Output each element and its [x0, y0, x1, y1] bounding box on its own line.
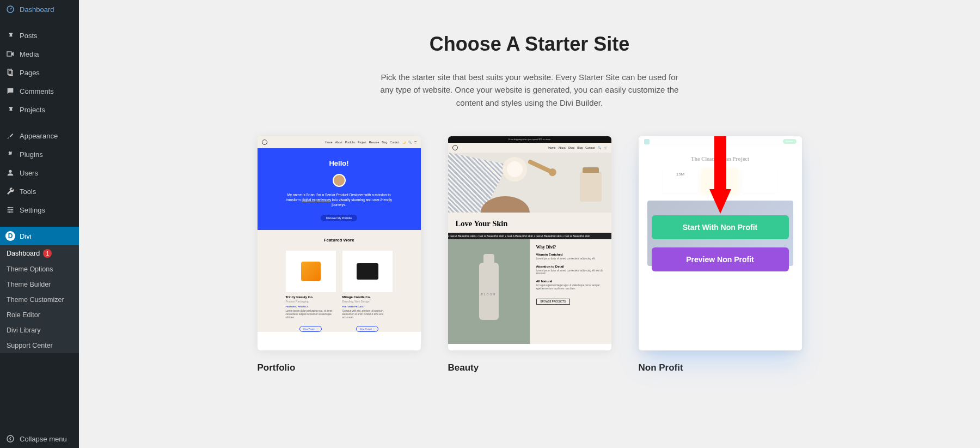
- submenu-item-theme-builder[interactable]: Theme Builder: [0, 277, 79, 292]
- submenu-item-theme-options[interactable]: Theme Options: [0, 262, 79, 277]
- starter-card-portfolio[interactable]: HomeAboutPortfolioProjectResumeBlogConta…: [258, 136, 421, 373]
- dashboard-icon: [5, 4, 15, 14]
- submenu-label: Theme Customizer: [7, 296, 64, 304]
- svg-point-5: [8, 207, 10, 209]
- sidebar-label: Pages: [20, 69, 40, 77]
- submenu-label: Role Editor: [7, 311, 40, 319]
- sidebar-item-dashboard[interactable]: Dashboard: [0, 0, 79, 19]
- sidebar-item-users[interactable]: Users: [0, 164, 79, 182]
- submenu-label: Theme Options: [7, 265, 53, 273]
- user-icon: [5, 168, 15, 178]
- sidebar-label: Users: [20, 169, 38, 177]
- sidebar-label: Divi: [20, 232, 32, 240]
- work-item: Trinity Beauty Co. Product Packaging FEA…: [286, 251, 336, 332]
- collapse-menu-button[interactable]: Collapse menu: [0, 429, 79, 448]
- submenu-item-support-center[interactable]: Support Center: [0, 338, 79, 353]
- product-image: BLOOM: [448, 239, 530, 344]
- sidebar-label: Dashboard: [20, 5, 54, 14]
- featured-title: Featured Work: [268, 238, 410, 243]
- divi-submenu: Dashboard 1 Theme Options Theme Builder …: [0, 245, 79, 353]
- hero-greeting: Hello!: [271, 159, 407, 167]
- annotation-arrow-icon: [707, 136, 734, 219]
- submenu-item-role-editor[interactable]: Role Editor: [0, 307, 79, 323]
- svg-point-8: [7, 435, 14, 442]
- sidebar-label: Media: [20, 50, 39, 58]
- browse-button: BROWSE PRODUCTS: [536, 299, 571, 305]
- comment-icon: [5, 86, 15, 96]
- starter-site-cards: HomeAboutPortfolioProjectResumeBlogConta…: [101, 136, 958, 373]
- site-logo-icon: [262, 140, 267, 145]
- sidebar-label: Settings: [20, 206, 45, 214]
- card-title: Non Profit: [639, 362, 802, 373]
- sidebar-label: Tools: [20, 187, 36, 196]
- hero-title: Love Your Skin: [456, 219, 604, 228]
- sidebar-label: Projects: [20, 106, 45, 114]
- sidebar-item-tools[interactable]: Tools: [0, 182, 79, 201]
- site-logo-icon: [452, 145, 458, 150]
- sidebar-label: Appearance: [20, 132, 58, 140]
- sidebar-item-appearance[interactable]: Appearance: [0, 126, 79, 145]
- svg-point-6: [11, 209, 13, 211]
- submenu-label: Dashboard: [7, 250, 40, 257]
- sidebar-item-media[interactable]: Media: [0, 45, 79, 63]
- starter-card-non-profit[interactable]: Donate The Clean Ocean Project 15M Start…: [639, 136, 802, 373]
- sidebar-label: Plugins: [20, 150, 43, 159]
- page-title: Choose A Starter Site: [101, 33, 958, 56]
- feature-item: All Natural Ac turpis egestas integer eg…: [536, 280, 605, 290]
- notification-badge: 1: [43, 249, 52, 258]
- submenu-item-divi-library[interactable]: Divi Library: [0, 323, 79, 338]
- preview-nav: HomeAboutShopBlogContact 🔍🛒: [548, 146, 607, 149]
- sidebar-item-comments[interactable]: Comments: [0, 82, 79, 100]
- feature-item: Attention to Detail Lorem ipsum dolor si…: [536, 265, 605, 276]
- marquee: • Get A Beautiful skin • Get A Beautiful…: [448, 233, 611, 239]
- sidebar-item-pages[interactable]: Pages: [0, 63, 79, 82]
- submenu-label: Divi Library: [7, 326, 41, 334]
- hero-image: [448, 153, 611, 213]
- starter-card-beauty[interactable]: Free shipping when you spend $75 or more…: [448, 136, 611, 373]
- sidebar-label: Comments: [20, 87, 54, 95]
- collapse-label: Collapse menu: [20, 435, 67, 443]
- pin-icon: [5, 31, 15, 40]
- sidebar-item-posts[interactable]: Posts: [0, 26, 79, 45]
- pages-icon: [5, 68, 15, 77]
- svg-point-7: [9, 211, 10, 213]
- submenu-label: Support Center: [7, 342, 53, 349]
- hero-intro: My name is Brian. I'm a Senior Product D…: [285, 192, 394, 207]
- admin-sidebar: Dashboard Posts Media Pages Comments Pro…: [0, 0, 79, 448]
- media-icon: [5, 49, 15, 59]
- submenu-item-theme-customizer[interactable]: Theme Customizer: [0, 292, 79, 307]
- sidebar-item-settings[interactable]: Settings: [0, 201, 79, 219]
- divi-icon: D: [5, 231, 15, 241]
- pin-icon: [5, 105, 15, 114]
- collapse-icon: [5, 434, 15, 444]
- work-item: Mirage Candle Co. Branding, Web Design F…: [342, 251, 393, 332]
- card-title: Portfolio: [258, 362, 421, 373]
- sliders-icon: [5, 205, 15, 215]
- promo-bar: Free shipping when you spend $75 or more: [448, 136, 611, 143]
- sidebar-item-divi[interactable]: D Divi: [0, 227, 79, 245]
- sidebar-label: Posts: [20, 32, 38, 40]
- svg-rect-1: [7, 52, 11, 56]
- wrench-icon: [5, 186, 15, 196]
- card-title: Beauty: [448, 362, 611, 373]
- portfolio-preview: HomeAboutPortfolioProjectResumeBlogConta…: [258, 136, 421, 350]
- svg-point-4: [9, 170, 11, 173]
- section-title: Why Divi?: [536, 245, 605, 250]
- page-description: Pick the starter site that best suits yo…: [377, 71, 682, 109]
- feature-item: Vitamin Enriched Lorem ipsum dolor sit a…: [536, 253, 605, 261]
- sidebar-item-projects[interactable]: Projects: [0, 100, 79, 119]
- beauty-preview: Free shipping when you spend $75 or more…: [448, 136, 611, 350]
- submenu-label: Theme Builder: [7, 281, 51, 288]
- sidebar-item-plugins[interactable]: Plugins: [0, 145, 79, 164]
- non-profit-preview: Donate The Clean Ocean Project 15M Start…: [639, 136, 802, 350]
- brush-icon: [5, 131, 15, 141]
- avatar: [333, 174, 346, 187]
- main-content: Choose A Starter Site Pick the starter s…: [79, 0, 980, 448]
- preview-nav: HomeAboutPortfolioProjectResumeBlogConta…: [325, 141, 416, 144]
- submenu-item-dashboard[interactable]: Dashboard 1: [0, 245, 79, 262]
- plugin-icon: [5, 149, 15, 159]
- preview-button[interactable]: Preview Non Profit: [652, 247, 789, 271]
- hero-cta: Discover My Portfolio: [321, 215, 357, 221]
